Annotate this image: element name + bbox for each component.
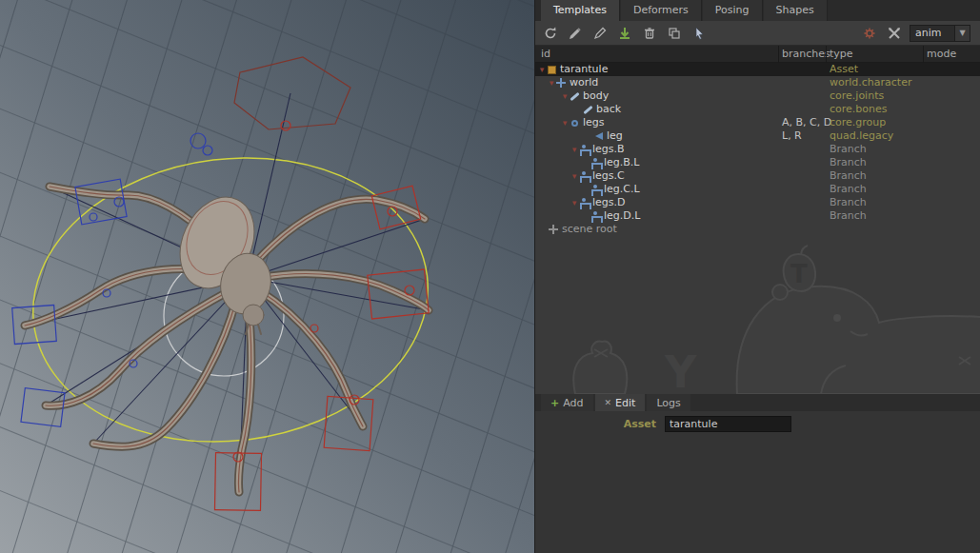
refresh-button[interactable]: [541, 24, 560, 43]
branch-icon: [579, 171, 590, 182]
row-id: leg.D.L: [604, 209, 640, 223]
delete-button[interactable]: [640, 24, 659, 43]
row-id: back: [596, 103, 621, 116]
expander-icon[interactable]: ▾: [570, 169, 579, 183]
branch-icon: [590, 158, 601, 168]
tree-row-legs-c[interactable]: ▾ legs.C Branch: [535, 169, 980, 183]
bottom-panel-fill: [535, 436, 980, 553]
paintbrush-icon: [568, 26, 583, 41]
tree-row-leg-d-l[interactable]: ▾ leg.D.L Branch: [535, 209, 980, 223]
mascot-eye: [833, 314, 841, 322]
row-id: leg.B.L: [604, 156, 639, 169]
row-type: quad.legacy: [830, 129, 893, 143]
expander-icon[interactable]: ▾: [547, 76, 556, 89]
row-id: world: [570, 76, 598, 89]
row-type: core.group: [830, 116, 886, 129]
tree-row-leg[interactable]: ▾ leg L, R quad.legacy: [535, 129, 980, 143]
row-type: Branch: [830, 169, 867, 183]
row-id: tarantule: [560, 63, 608, 76]
tab-deformers[interactable]: Deformers: [621, 0, 702, 21]
row-type: Branch: [830, 196, 867, 209]
row-type: Branch: [830, 156, 867, 169]
asset-input[interactable]: [665, 416, 791, 432]
tree-row-body[interactable]: ▾ body core.joints: [535, 89, 980, 103]
expander-icon[interactable]: ▾: [560, 89, 570, 103]
cursor-icon: [691, 26, 707, 41]
row-id: legs.C: [592, 169, 625, 183]
tree-row-world[interactable]: ▾ world world.character: [535, 76, 980, 89]
expander-icon[interactable]: ▾: [537, 63, 547, 76]
row-type: Branch: [830, 143, 867, 156]
row-id: leg.C.L: [604, 183, 640, 196]
tab-edit-label: Edit: [615, 397, 635, 409]
tree-row-legs-d[interactable]: ▾ legs.D Branch: [535, 196, 980, 209]
rig-tree-table: ▾ tarantule Asset ▾ world world.characte…: [535, 63, 980, 236]
row-id: legs: [583, 116, 605, 129]
duplicate-button[interactable]: [665, 24, 684, 43]
transform-icon: [556, 78, 567, 89]
tab-add-label: Add: [563, 397, 583, 409]
tab-logs[interactable]: Logs: [647, 394, 690, 411]
tree-row-legs[interactable]: ▾ legs A, B, C, D core.group: [535, 116, 980, 129]
tab-add[interactable]: + Add: [541, 394, 593, 411]
tree-row-leg-b-l[interactable]: ▾ leg.B.L Branch: [535, 156, 980, 169]
expander-icon[interactable]: ▾: [570, 196, 579, 209]
paint-button[interactable]: [566, 24, 585, 43]
row-branches: L, R: [782, 129, 802, 143]
bake-button[interactable]: [860, 24, 879, 43]
column-header-mode: mode: [927, 46, 956, 63]
tab-edit[interactable]: ✕ Edit: [595, 394, 646, 411]
expander-icon[interactable]: ▾: [560, 116, 570, 129]
bottom-tab-bar: + Add ✕ Edit Logs: [535, 394, 980, 411]
group-icon: [571, 120, 578, 127]
row-type: Branch: [830, 209, 867, 223]
application-window: Templates Deformers Posing Shapes: [0, 0, 980, 553]
tab-shapes[interactable]: Shapes: [764, 0, 828, 21]
branch-icon: [590, 211, 601, 222]
package-icon: [548, 66, 556, 74]
dropdown-arrow-icon[interactable]: ▼: [954, 26, 970, 41]
viewport-3d[interactable]: [0, 0, 534, 553]
templates-toolbar: anim ▼: [535, 21, 980, 46]
tree-row-scene-root[interactable]: ▾ scene root: [535, 223, 980, 236]
column-header-branches: branches: [782, 46, 830, 63]
row-id: legs.B: [592, 143, 625, 156]
column-header-type: type: [830, 46, 853, 63]
tree-row-leg-c-l[interactable]: ▾ leg.C.L Branch: [535, 183, 980, 196]
branch-icon: [579, 198, 590, 208]
tab-templates[interactable]: Templates: [541, 0, 620, 21]
mascot-watermark: Y T: [535, 243, 980, 394]
pen-button[interactable]: [590, 24, 610, 43]
duplicate-icon: [667, 26, 682, 41]
tab-posing[interactable]: Posing: [703, 0, 763, 21]
expander-icon[interactable]: ▾: [570, 143, 579, 156]
bone-icon: [570, 91, 580, 102]
import-icon: [617, 26, 632, 41]
row-id: leg: [607, 129, 623, 143]
bone-icon: [583, 105, 593, 115]
pen-icon: [592, 26, 608, 41]
tree-column-header: id branches type mode: [535, 46, 980, 63]
tools-button[interactable]: [885, 24, 904, 43]
asset-field-label: Asset: [535, 418, 656, 430]
trash-icon: [642, 26, 657, 41]
column-header-id: id: [541, 46, 550, 63]
edit-x-icon: ✕: [605, 398, 612, 407]
gear-icon: [862, 26, 877, 41]
row-id: body: [583, 89, 609, 103]
row-id: scene root: [562, 223, 617, 236]
tree-row-tarantule[interactable]: ▾ tarantule Asset: [535, 63, 980, 76]
tree-row-back[interactable]: ▾ back core.bones: [535, 103, 980, 116]
watermark-letter-y: Y: [664, 346, 697, 394]
row-type: core.joints: [830, 89, 884, 103]
row-id: legs.D: [592, 196, 626, 209]
import-button[interactable]: [615, 24, 634, 43]
branch-icon: [590, 185, 601, 195]
select-button[interactable]: [690, 24, 709, 43]
row-type: core.bones: [830, 103, 888, 116]
watermark-letter-t: T: [790, 260, 808, 288]
scene-root-icon: [549, 225, 559, 235]
anim-dropdown-value: anim: [910, 26, 954, 41]
tree-row-legs-b[interactable]: ▾ legs.B Branch: [535, 143, 980, 156]
anim-dropdown[interactable]: anim ▼: [910, 25, 970, 42]
